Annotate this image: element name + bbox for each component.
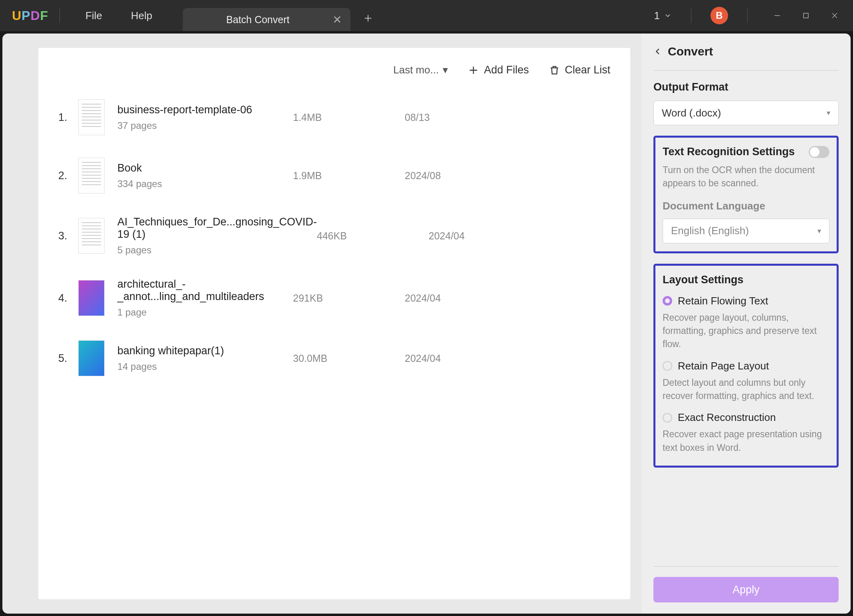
maximize-button[interactable] [796, 7, 816, 24]
file-thumbnail [78, 280, 105, 316]
file-row[interactable]: 2.Book334 pages1.9MB2024/08 [58, 146, 610, 205]
file-thumbnail [78, 218, 105, 254]
file-name: banking whitepapar(1) [117, 345, 293, 357]
document-language-label: Document Language [663, 200, 829, 212]
close-button[interactable] [824, 7, 845, 24]
document-language-value: English (English) [671, 225, 749, 237]
workspace: Last mo... ▾ Add Files Clear List 1.busi… [2, 34, 851, 614]
radio-icon [663, 296, 672, 306]
tab-counter[interactable]: 1 [654, 10, 672, 22]
output-format-value: Word (.docx) [662, 107, 721, 119]
ocr-toggle[interactable] [809, 146, 829, 158]
sidebar-title: Convert [668, 45, 713, 58]
separator [747, 8, 748, 23]
layout-option-description: Recover exact page presentation using te… [663, 428, 829, 454]
layout-title: Layout Settings [663, 274, 829, 286]
caret-down-icon: ▾ [817, 227, 821, 235]
file-index: 1. [58, 111, 78, 124]
clear-list-label: Clear List [565, 64, 610, 76]
file-row[interactable]: 1.business-report-template-0637 pages1.4… [58, 88, 610, 146]
sidebar-header: Convert [653, 45, 839, 58]
file-pages: 5 pages [117, 245, 317, 256]
separator [653, 566, 839, 567]
layout-option-label: Retain Page Layout [678, 360, 769, 372]
layout-option-description: Recover page layout, columns, formatting… [663, 311, 829, 351]
file-index: 5. [58, 352, 78, 365]
caret-down-icon: ▾ [827, 109, 830, 117]
file-size: 30.0MB [293, 353, 405, 364]
file-name: AI_Techniques_for_De...gnosing_COVID-19 … [117, 216, 317, 241]
apply-button[interactable]: Apply [653, 577, 839, 602]
file-date: 2024/04 [429, 230, 501, 242]
svg-rect-0 [804, 13, 808, 18]
chevron-down-icon [664, 12, 672, 20]
main-panel: Last mo... ▾ Add Files Clear List 1.busi… [38, 48, 630, 599]
app-logo: UPDF [12, 8, 48, 23]
tab-batch-convert[interactable]: Batch Convert ✕ [183, 8, 350, 31]
file-index: 2. [58, 170, 78, 182]
add-files-label: Add Files [484, 64, 529, 76]
file-date: 2024/08 [405, 170, 477, 182]
separator [691, 8, 691, 23]
layout-option-description: Detect layout and columns but only recov… [663, 376, 829, 403]
chevron-left-icon[interactable] [653, 47, 662, 56]
layout-settings-box: Layout Settings Retain Flowing TextRecov… [653, 264, 839, 468]
file-thumbnail [78, 340, 105, 376]
file-thumbnail [78, 158, 105, 193]
menu-file[interactable]: File [85, 10, 102, 22]
file-name: architectural_-_annot...ling_and_multile… [117, 278, 293, 303]
file-pages: 14 pages [117, 361, 293, 372]
caret-down-icon: ▾ [443, 64, 448, 76]
add-files-button[interactable]: Add Files [468, 64, 529, 76]
ocr-title: Text Recognition Settings [663, 146, 795, 158]
tab-title: Batch Convert [192, 14, 325, 26]
user-avatar[interactable]: B [711, 7, 728, 24]
layout-option-label: Exact Reconstruction [678, 411, 776, 424]
radio-icon [663, 361, 672, 371]
trash-icon [549, 65, 560, 76]
file-size: 291KB [293, 292, 405, 304]
layout-option-label: Retain Flowing Text [678, 295, 768, 307]
file-name: Book [117, 162, 293, 174]
file-date: 08/13 [405, 112, 477, 123]
plus-icon [468, 65, 479, 76]
output-format-label: Output Format [653, 81, 839, 93]
new-tab-button[interactable]: ＋ [362, 9, 374, 27]
file-pages: 37 pages [117, 120, 293, 131]
sort-dropdown[interactable]: Last mo... ▾ [393, 64, 448, 76]
separator [653, 70, 839, 71]
separator [59, 8, 60, 23]
file-row[interactable]: 4.architectural_-_annot...ling_and_multi… [58, 267, 610, 329]
minimize-button[interactable] [767, 7, 788, 24]
file-date: 2024/04 [405, 292, 477, 304]
sidebar: Convert Output Format Word (.docx) ▾ Tex… [641, 34, 851, 614]
file-pages: 1 page [117, 307, 293, 318]
layout-radio-option[interactable]: Retain Flowing Text [663, 295, 829, 307]
file-date: 2024/04 [405, 353, 477, 364]
text-recognition-box: Text Recognition Settings Turn on the OC… [653, 136, 839, 253]
layout-radio-option[interactable]: Retain Page Layout [663, 360, 829, 372]
layout-radio-option[interactable]: Exact Reconstruction [663, 411, 829, 424]
file-index: 4. [58, 292, 78, 304]
file-size: 1.4MB [293, 112, 405, 123]
clear-list-button[interactable]: Clear List [549, 64, 610, 76]
output-format-select[interactable]: Word (.docx) ▾ [653, 101, 839, 125]
file-thumbnail [78, 99, 105, 135]
file-name: business-report-template-06 [117, 104, 293, 116]
ocr-description: Turn on the OCR when the document appear… [663, 164, 829, 190]
close-icon[interactable]: ✕ [332, 13, 342, 26]
file-list: 1.business-report-template-0637 pages1.4… [58, 88, 610, 587]
file-size: 446KB [317, 230, 429, 242]
file-size: 1.9MB [293, 170, 405, 182]
file-index: 3. [58, 230, 78, 242]
document-language-select[interactable]: English (English) ▾ [663, 219, 829, 243]
radio-icon [663, 413, 672, 423]
file-pages: 334 pages [117, 178, 293, 190]
menu-help[interactable]: Help [131, 10, 152, 22]
toolbar: Last mo... ▾ Add Files Clear List [58, 60, 610, 88]
file-row[interactable]: 5.banking whitepapar(1)14 pages30.0MB202… [58, 329, 610, 387]
sort-label: Last mo... [393, 64, 439, 76]
counter-value: 1 [654, 10, 660, 22]
file-row[interactable]: 3.AI_Techniques_for_De...gnosing_COVID-1… [58, 205, 610, 267]
titlebar: UPDF File Help Batch Convert ✕ ＋ 1 B [0, 0, 853, 31]
